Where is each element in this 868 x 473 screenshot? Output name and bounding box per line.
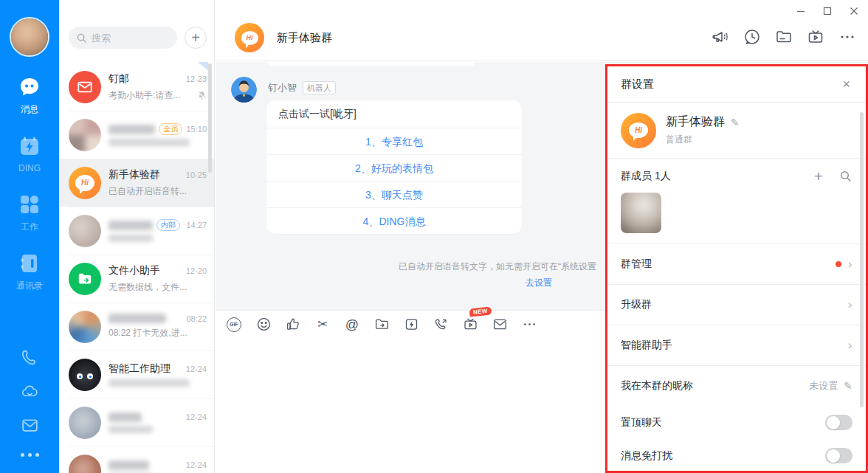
contacts-book-icon (18, 252, 41, 275)
group-management-row[interactable]: 群管理 › (607, 244, 866, 284)
conversation-file-helper[interactable]: 文件小助手12-20 无需数据线，文件... (59, 255, 214, 303)
blurred-avatar (69, 311, 101, 343)
phone-icon[interactable] (21, 348, 39, 367)
folder-icon[interactable] (775, 28, 793, 46)
blurred-avatar (69, 215, 101, 247)
thumbs-up-icon[interactable] (285, 317, 301, 333)
conversation-preview: 08:22 打卡无效,进... (108, 327, 187, 339)
nav-work[interactable]: 工作 (0, 193, 59, 233)
video-icon[interactable] (807, 28, 824, 46)
all-members-badge: 全员 (159, 123, 182, 135)
sender-avatar[interactable] (231, 77, 257, 103)
blurred-title (108, 460, 149, 470)
nav-ding[interactable]: DING (0, 135, 59, 174)
list-corner-wedge (198, 62, 208, 71)
card-option-4[interactable]: 4、DING消息 (266, 207, 522, 234)
card-option-1[interactable]: 1、专享红包 (266, 128, 522, 154)
gif-icon[interactable]: GIF (226, 317, 242, 333)
announcement-icon[interactable] (712, 28, 729, 46)
group-name: 新手体验群 (666, 114, 725, 130)
search-bar[interactable] (69, 27, 177, 49)
conversation-dingmail[interactable]: 钉邮12-23 考勤小助手:请查... (59, 63, 214, 111)
conversation-blurred-1[interactable]: 全员 15:10 (59, 111, 214, 159)
newbie-group-avatar: Hi (69, 167, 101, 199)
ding-lightning-icon (18, 135, 41, 157)
mute-notifications-row: 消息免打扰 (607, 439, 866, 472)
my-nickname-row[interactable]: 我在本群的昵称 未设置✎ (607, 365, 866, 406)
send-file-icon[interactable] (373, 317, 390, 333)
muted-bell-icon (197, 91, 207, 100)
chevron-right-icon: › (847, 258, 852, 271)
panel-scrollbar[interactable] (860, 112, 864, 407)
conversation-title: 文件小助手 (108, 264, 160, 277)
pin-chat-toggle[interactable] (825, 415, 852, 430)
panel-close-icon[interactable]: × (842, 77, 850, 91)
chevron-right-icon: › (847, 339, 852, 352)
blurred-avatar (69, 407, 101, 439)
member-avatar[interactable] (621, 193, 661, 233)
add-button[interactable]: + (185, 27, 207, 49)
pin-chat-row: 置顶聊天 (607, 406, 866, 439)
toolbar-more-icon[interactable] (521, 317, 537, 333)
blurred-title (108, 221, 153, 230)
blurred-preview (108, 426, 153, 433)
conversation-ai-assistant[interactable]: 智能工作助理12-24 (59, 351, 214, 398)
mute-notifications-toggle[interactable] (825, 448, 852, 463)
upgrade-group-row[interactable]: 升级群 › (607, 284, 866, 325)
cloud-icon[interactable] (21, 382, 39, 401)
list-scrollbar[interactable] (208, 63, 212, 173)
ding-message-icon[interactable] (403, 317, 419, 333)
edit-group-name-icon[interactable]: ✎ (731, 117, 740, 128)
message-card: 点击试一试[呲牙] 1、专享红包 2、好玩的表情包 3、聊天点赞 4、DING消… (266, 100, 522, 234)
chat-bubble-icon (18, 76, 41, 98)
sender-name: 钉小智 (268, 81, 297, 94)
chat-avatar: Hi (235, 23, 264, 52)
more-icon[interactable] (21, 453, 39, 461)
video-conference-icon[interactable]: NEW (462, 317, 478, 333)
message-robot: 钉小智 机器人 点击试一试[呲牙] 1、专享红包 2、好玩的表情包 3、聊天点赞… (231, 77, 522, 234)
maximize-button[interactable] (822, 6, 833, 16)
smart-group-assistant-row[interactable]: 智能群助手 › (607, 325, 866, 365)
search-member-icon[interactable] (839, 170, 852, 183)
add-member-icon[interactable]: + (814, 170, 823, 182)
conversation-time: 12-23 (186, 75, 207, 83)
card-option-2[interactable]: 2、好玩的表情包 (266, 154, 522, 181)
blurred-avatar (69, 455, 101, 473)
card-option-3[interactable]: 3、聊天点赞 (266, 181, 522, 207)
my-avatar[interactable] (10, 17, 49, 57)
conversation-time: 14:27 (186, 221, 207, 229)
nav-contacts[interactable]: 通讯录 (0, 252, 59, 292)
more-actions-icon[interactable] (838, 28, 856, 46)
nav-contacts-label: 通讯录 (16, 280, 43, 291)
chevron-right-icon: › (847, 299, 852, 311)
chat-header: Hi 新手体验群 (216, 0, 868, 61)
screenshot-scissors-icon[interactable]: ✂ (314, 317, 331, 333)
go-to-settings-link[interactable]: 去设置 (526, 277, 552, 289)
new-badge: NEW (469, 306, 492, 317)
blurred-preview (108, 139, 190, 146)
chat-history-icon[interactable] (743, 28, 761, 46)
mail-icon[interactable] (21, 416, 39, 435)
conversation-blurred-5[interactable]: 12-24 (59, 446, 214, 473)
nav-messages[interactable]: 消息 (0, 76, 59, 116)
email-icon[interactable] (492, 317, 508, 333)
emoji-icon[interactable] (255, 317, 272, 333)
panel-title: 群设置 (621, 77, 654, 92)
conversation-time: 12-24 (186, 412, 207, 421)
close-button[interactable] (849, 6, 859, 16)
conversation-blurred-2[interactable]: 内部 14:27 (59, 207, 214, 255)
conversation-time: 08:22 (186, 314, 207, 323)
conversation-blurred-4[interactable]: 12-24 (59, 398, 214, 446)
conversation-list: + 钉邮12-23 考勤小助手:请查... (59, 0, 215, 473)
conversation-blurred-3[interactable]: 08:22 08:22 打卡无效,进... (59, 303, 214, 351)
edit-nickname-icon[interactable]: ✎ (844, 380, 852, 392)
conversation-preview: 无需数据线，文件... (108, 281, 187, 294)
work-grid-icon (18, 193, 41, 215)
call-icon[interactable] (433, 317, 449, 333)
mention-icon[interactable]: @ (344, 317, 360, 333)
conversation-title: 新手体验群 (108, 168, 160, 182)
search-input[interactable] (92, 32, 170, 44)
search-icon (76, 32, 87, 44)
minimize-button[interactable] (796, 6, 806, 16)
conversation-newbie-group[interactable]: Hi 新手体验群10-25 已自动开启语音转... (59, 159, 214, 207)
